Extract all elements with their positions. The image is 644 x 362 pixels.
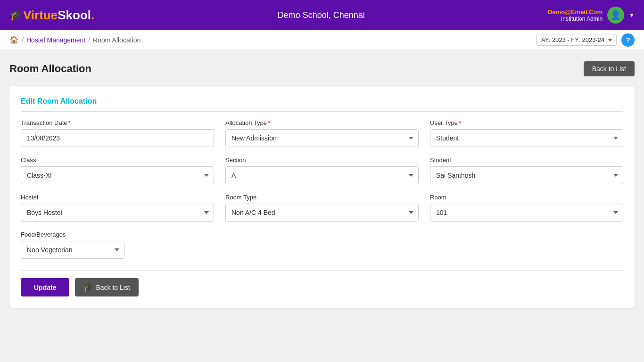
- room-type-label: Room Type: [225, 194, 419, 201]
- user-role: Institution Admin: [548, 16, 603, 22]
- form-row-1: Transaction Date* Allocation Type* New A…: [21, 119, 623, 147]
- allocation-type-select[interactable]: New Admission: [225, 129, 419, 147]
- room-type-select[interactable]: Non A/C 4 Bed: [225, 204, 419, 222]
- page-header: Room Allocation Back to List: [9, 61, 635, 76]
- room-label: Room: [430, 194, 623, 201]
- user-type-label: User Type*: [430, 119, 623, 126]
- breadcrumb-sep-2: /: [88, 36, 90, 44]
- header-right: Demo@Email.Com Institution Admin 👤 ▼: [548, 7, 635, 24]
- breadcrumb-hostel-management[interactable]: Hostel Management: [26, 36, 85, 44]
- breadcrumb: 🏠 / Hostel Management / Room Allocation: [9, 35, 140, 44]
- user-type-group: User Type* Student: [430, 119, 623, 147]
- user-info: Demo@Email.Com Institution Admin: [548, 8, 603, 22]
- logo-skool: Skool: [58, 8, 91, 22]
- required-star-3: *: [459, 119, 461, 126]
- class-select[interactable]: Class-XI: [21, 166, 214, 184]
- school-name: Demo School, Chennai: [278, 10, 365, 20]
- update-button[interactable]: Update: [21, 278, 69, 296]
- ay-selector[interactable]: AY: 2023 - FY: 2023-24: [536, 34, 617, 46]
- breadcrumb-sep-1: /: [22, 36, 24, 44]
- transaction-date-group: Transaction Date*: [21, 119, 214, 147]
- breadcrumb-right: AY: 2023 - FY: 2023-24 ?: [536, 33, 635, 47]
- food-beverages-select[interactable]: Non Vegeterian: [21, 241, 124, 259]
- allocation-type-label: Allocation Type*: [225, 119, 419, 126]
- allocation-type-group: Allocation Type* New Admission: [225, 119, 419, 147]
- food-beverages-label: Food/Beverages: [21, 231, 124, 238]
- back-to-list-label: Back to List: [96, 284, 130, 291]
- card-title: Edit Room Allocation: [21, 97, 623, 112]
- logo: 🎓 VirtueSkool.: [9, 8, 94, 23]
- hostel-group: Hostel Boys Hostel: [21, 194, 214, 222]
- logo-dot: .: [91, 8, 94, 22]
- form-row-4: Food/Beverages Non Vegeterian: [21, 231, 623, 259]
- logo-virtue: Virtue: [23, 8, 58, 22]
- form-row-2: Class Class-XI Section A Student Sai San…: [21, 156, 623, 184]
- form-row-3: Hostel Boys Hostel Room Type Non A/C 4 B…: [21, 194, 623, 222]
- required-star-2: *: [268, 119, 270, 126]
- avatar: 👤: [607, 7, 624, 24]
- student-group: Student Sai Santhosh: [430, 156, 623, 184]
- user-type-select[interactable]: Student: [430, 129, 623, 147]
- section-group: Section A: [225, 156, 419, 184]
- required-star: *: [68, 119, 71, 126]
- hostel-select[interactable]: Boys Hostel: [21, 204, 214, 222]
- logo-cap-icon: 🎓: [9, 9, 22, 21]
- food-beverages-group: Food/Beverages Non Vegeterian: [21, 231, 124, 259]
- form-card: Edit Room Allocation Transaction Date* A…: [9, 86, 635, 308]
- hostel-label: Hostel: [21, 194, 214, 201]
- room-type-group: Room Type Non A/C 4 Bed: [225, 194, 419, 222]
- breadcrumb-bar: 🏠 / Hostel Management / Room Allocation …: [0, 30, 644, 50]
- back-to-list-header-button[interactable]: Back to List: [584, 61, 635, 76]
- page-title: Room Allocation: [9, 63, 91, 75]
- class-label: Class: [21, 156, 214, 164]
- back-to-list-button[interactable]: 🎓 Back to List: [75, 278, 138, 296]
- header-dropdown-arrow[interactable]: ▼: [629, 12, 635, 18]
- student-label: Student: [430, 156, 623, 164]
- section-label: Section: [225, 156, 419, 164]
- transaction-date-input[interactable]: [21, 129, 214, 147]
- home-icon[interactable]: 🏠: [9, 35, 19, 44]
- form-actions: Update 🎓 Back to List: [21, 270, 623, 296]
- main-content: Room Allocation Back to List Edit Room A…: [0, 50, 644, 319]
- logo-text: VirtueSkool.: [23, 8, 94, 23]
- transaction-date-label: Transaction Date*: [21, 119, 214, 126]
- section-select[interactable]: A: [225, 166, 419, 184]
- student-select[interactable]: Sai Santhosh: [430, 166, 623, 184]
- room-group: Room 101: [430, 194, 623, 222]
- user-email: Demo@Email.Com: [548, 8, 603, 16]
- class-group: Class Class-XI: [21, 156, 214, 184]
- app-header: 🎓 VirtueSkool. Demo School, Chennai Demo…: [0, 0, 644, 30]
- help-button[interactable]: ?: [621, 33, 635, 47]
- breadcrumb-room-allocation: Room Allocation: [93, 36, 140, 44]
- back-cap-icon: 🎓: [83, 283, 93, 292]
- room-select[interactable]: 101: [430, 204, 623, 222]
